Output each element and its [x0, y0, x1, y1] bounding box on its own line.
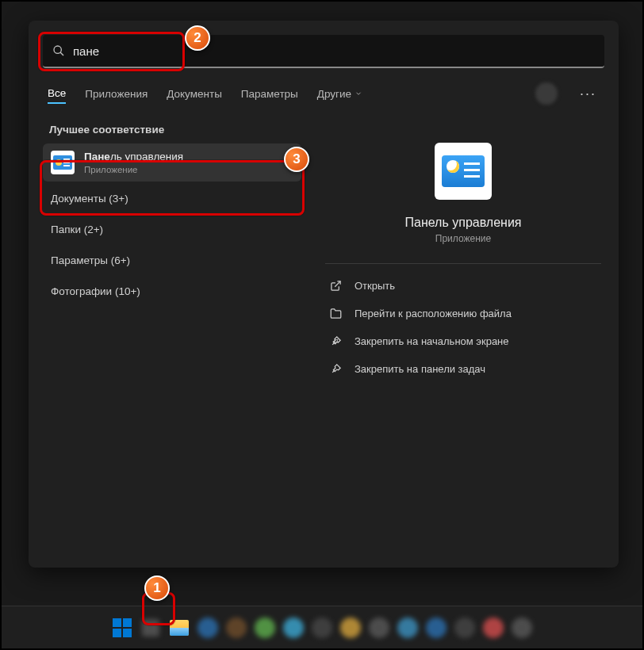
taskbar-app[interactable] — [482, 617, 504, 639]
search-panel: Все Приложения Документы Параметры Други… — [29, 21, 619, 568]
tab-apps[interactable]: Приложения — [85, 85, 148, 103]
category-parameters[interactable]: Параметры (6+) — [43, 245, 301, 276]
result-control-panel[interactable]: Панель управления Приложение — [43, 143, 301, 182]
taskbar-app[interactable] — [311, 617, 333, 639]
category-documents[interactable]: Документы (3+) — [43, 183, 301, 214]
results-column: Лучшее соответствие Панель управления Пр… — [29, 120, 308, 383]
folder-icon — [330, 308, 342, 319]
preview-title: Панель управления — [405, 216, 522, 230]
preview-pane: Панель управления Приложение Открыть Пер… — [308, 120, 619, 383]
category-folders[interactable]: Папки (2+) — [43, 214, 301, 245]
taskbar-app[interactable] — [140, 617, 162, 639]
action-pin-start[interactable]: Закрепить на начальном экране — [325, 327, 601, 355]
tab-more[interactable]: Другие — [317, 85, 362, 103]
taskbar-app[interactable] — [454, 617, 476, 639]
control-panel-icon — [51, 151, 75, 174]
taskbar — [2, 606, 642, 648]
open-icon — [330, 280, 342, 292]
taskbar-app[interactable] — [254, 617, 276, 639]
pin-icon — [330, 363, 342, 375]
taskbar-app[interactable] — [282, 617, 305, 639]
taskbar-app[interactable] — [225, 617, 247, 639]
category-photos[interactable]: Фотографии (10+) — [43, 276, 301, 307]
start-button[interactable] — [111, 617, 133, 639]
filter-tabs: Все Приложения Документы Параметры Други… — [29, 68, 619, 114]
folder-icon — [170, 620, 189, 636]
tab-all[interactable]: Все — [48, 84, 66, 104]
file-explorer[interactable] — [168, 617, 190, 639]
action-goto-location[interactable]: Перейти к расположению файла — [325, 300, 601, 327]
annotation-badge-1: 1 — [144, 575, 170, 601]
preview-app-icon — [435, 143, 492, 200]
taskbar-app[interactable] — [339, 617, 362, 639]
best-match-label: Лучшее соответствие — [43, 120, 301, 143]
chevron-down-icon — [355, 90, 362, 98]
result-subtitle: Приложение — [84, 164, 183, 176]
divider — [325, 263, 601, 264]
taskbar-app[interactable] — [511, 617, 533, 639]
svg-line-2 — [335, 281, 340, 287]
taskbar-app[interactable] — [397, 617, 419, 639]
windows-logo-icon — [113, 618, 132, 637]
svg-line-1 — [60, 52, 63, 55]
result-title: Панель управления — [84, 150, 183, 164]
action-pin-taskbar[interactable]: Закрепить на панели задач — [325, 355, 601, 383]
taskbar-app[interactable] — [197, 617, 219, 639]
search-icon — [52, 44, 65, 57]
pin-icon — [330, 335, 342, 347]
tab-settings[interactable]: Параметры — [241, 85, 298, 103]
more-button[interactable]: ··· — [577, 86, 600, 102]
search-input[interactable] — [73, 44, 595, 58]
search-bar[interactable] — [43, 35, 604, 68]
action-open[interactable]: Открыть — [325, 272, 601, 300]
taskbar-app[interactable] — [425, 617, 447, 639]
user-avatar[interactable] — [535, 82, 558, 105]
preview-subtitle: Приложение — [435, 233, 491, 244]
tab-documents[interactable]: Документы — [167, 85, 222, 103]
taskbar-app[interactable] — [368, 617, 390, 639]
svg-point-0 — [54, 46, 61, 53]
